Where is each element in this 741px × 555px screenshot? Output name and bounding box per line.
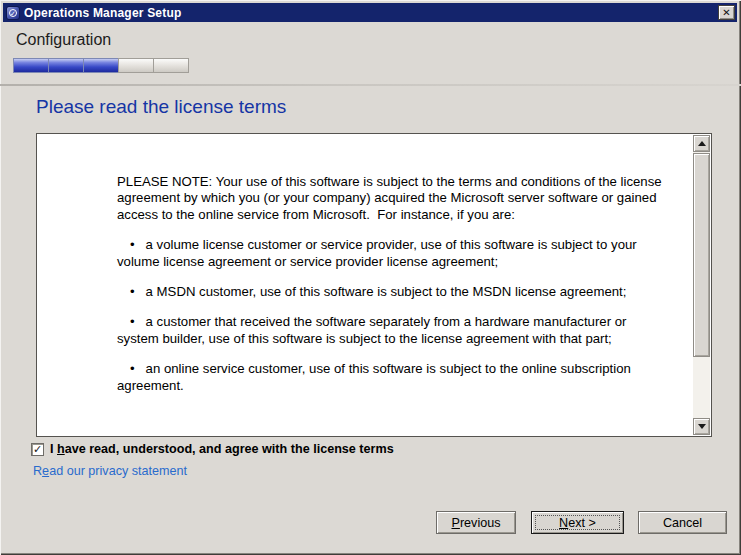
license-paragraph: • a MSDN customer, use of this software … bbox=[117, 284, 663, 300]
progress-segment bbox=[13, 58, 49, 73]
license-text: PLEASE NOTE: Your use of this software i… bbox=[37, 134, 693, 436]
license-paragraph: PLEASE NOTE: Your use of this software i… bbox=[117, 174, 663, 223]
title-bar: ✓ Operations Manager Setup ✕ bbox=[3, 3, 737, 22]
app-check-icon: ✓ bbox=[9, 9, 17, 17]
license-paragraph: • a volume license customer or service p… bbox=[117, 237, 663, 270]
page-title: Please read the license terms bbox=[36, 96, 286, 118]
progress-segment bbox=[118, 58, 154, 73]
header-separator bbox=[0, 84, 741, 86]
section-title: Configuration bbox=[16, 31, 111, 49]
license-paragraph: • an online service customer, use of thi… bbox=[117, 361, 663, 394]
scroll-down-icon bbox=[698, 424, 706, 429]
setup-window: ✓ Operations Manager Setup ✕ Configurati… bbox=[0, 0, 741, 555]
close-button[interactable]: ✕ bbox=[718, 5, 735, 20]
privacy-statement-link[interactable]: Read our privacy statement bbox=[33, 464, 187, 478]
close-icon: ✕ bbox=[722, 7, 730, 18]
scroll-up-icon bbox=[698, 141, 706, 146]
next-button[interactable]: Next > bbox=[531, 511, 624, 534]
scroll-up-button[interactable] bbox=[693, 135, 710, 152]
progress-bar bbox=[14, 58, 189, 73]
agree-checkbox[interactable]: ✓ bbox=[31, 443, 44, 456]
license-paragraph: • a customer that received the software … bbox=[117, 314, 663, 347]
cancel-button[interactable]: Cancel bbox=[638, 511, 727, 534]
progress-segment bbox=[83, 58, 119, 73]
license-scrollbar[interactable] bbox=[693, 135, 710, 435]
window-title: Operations Manager Setup bbox=[24, 6, 718, 20]
license-terms-box: PLEASE NOTE: Your use of this software i… bbox=[36, 133, 712, 437]
scroll-down-button[interactable] bbox=[693, 418, 710, 435]
progress-segment bbox=[48, 58, 84, 73]
agree-checkbox-label: I have read, understood, and agree with … bbox=[50, 442, 394, 456]
scrollbar-thumb[interactable] bbox=[693, 153, 710, 357]
app-icon: ✓ bbox=[6, 6, 20, 20]
previous-button[interactable]: Previous bbox=[436, 511, 516, 534]
agreement-row: ✓ I have read, understood, and agree wit… bbox=[31, 442, 394, 456]
progress-segment bbox=[153, 58, 189, 73]
